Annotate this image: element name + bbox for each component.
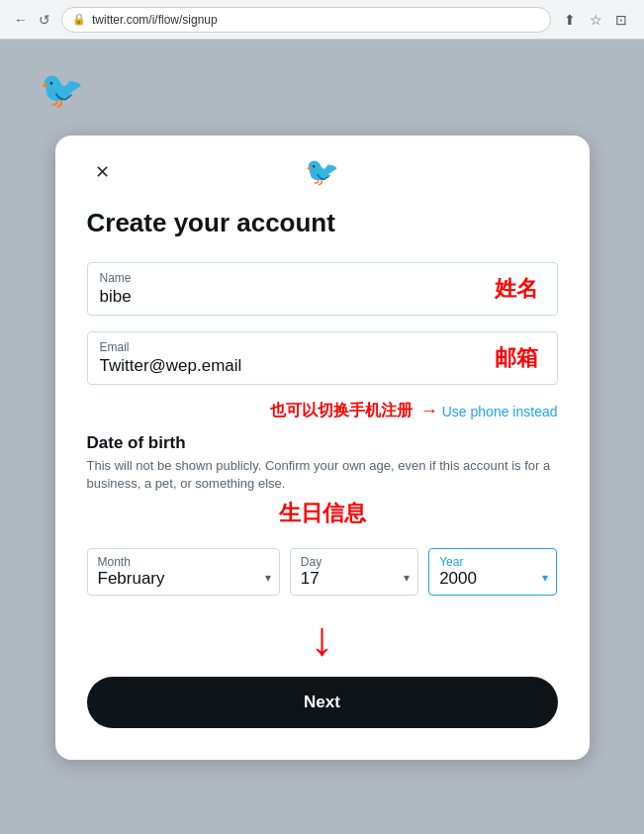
url-text: twitter.com/i/flow/signup [92, 13, 218, 27]
day-select[interactable]: Day 17 ▾ [290, 548, 418, 596]
menu-button[interactable]: ⊡ [610, 9, 632, 31]
close-button[interactable]: ✕ [87, 156, 119, 188]
nav-icons: ← ↺ [12, 11, 53, 29]
share-button[interactable]: ⬆ [559, 9, 581, 31]
phone-annotation-wrap: 也可以切换手机注册 → Use phone instead [87, 401, 558, 421]
month-value: February [98, 569, 269, 589]
browser-chrome: ← ↺ 🔒 twitter.com/i/flow/signup ⬆ ☆ ⊡ [0, 0, 644, 40]
name-input[interactable] [100, 287, 545, 307]
back-button[interactable]: ← [12, 11, 30, 29]
name-label: Name [100, 271, 545, 285]
dob-annotation-container: 生日信息 [87, 509, 558, 518]
month-chevron-icon: ▾ [265, 571, 271, 585]
name-field-wrap: Name 姓名 [87, 262, 558, 316]
email-label: Email [100, 340, 545, 354]
email-field-wrap: Email 邮箱 [87, 331, 558, 385]
arrow-down-wrap: ↓ [87, 615, 558, 663]
dob-subtitle: This will not be shown publicly. Confirm… [87, 457, 558, 493]
day-label: Day [301, 555, 408, 569]
phone-cn-annotation: 也可以切换手机注册 [270, 401, 413, 421]
page-background: 🐦 ✕ 🐦 Create your account Name 姓名 Email … [0, 40, 644, 834]
bookmark-button[interactable]: ☆ [585, 9, 606, 31]
refresh-button[interactable]: ↺ [36, 11, 53, 29]
day-value: 17 [301, 569, 408, 589]
modal-title: Create your account [87, 208, 558, 238]
dob-section: Date of birth This will not be shown pub… [87, 433, 558, 596]
month-select[interactable]: Month February ▾ [87, 548, 280, 596]
day-chevron-icon: ▾ [404, 571, 410, 585]
arrow-down-icon: ↓ [311, 615, 334, 663]
name-field[interactable]: Name [87, 262, 558, 316]
modal-header: ✕ 🐦 [87, 155, 558, 188]
year-select[interactable]: Year 2000 ▾ [428, 548, 557, 596]
email-field[interactable]: Email [87, 331, 558, 385]
email-input[interactable] [100, 356, 545, 376]
browser-actions: ⬆ ☆ ⊡ [559, 9, 632, 31]
arrow-right-icon: → [420, 401, 438, 421]
use-phone-link[interactable]: Use phone instead [442, 404, 558, 419]
next-button[interactable]: Next [87, 677, 558, 728]
dob-title: Date of birth [87, 433, 558, 453]
month-label: Month [98, 555, 269, 569]
year-chevron-icon: ▾ [542, 571, 548, 585]
twitter-logo-top: 🐦 [40, 69, 84, 111]
address-bar[interactable]: 🔒 twitter.com/i/flow/signup [61, 7, 551, 33]
modal-twitter-logo: 🐦 [305, 155, 339, 188]
year-label: Year [439, 555, 546, 569]
lock-icon: 🔒 [72, 13, 86, 26]
year-value: 2000 [439, 569, 546, 589]
dob-selects: Month February ▾ Day 17 ▾ Year 2000 ▾ [87, 548, 558, 596]
signup-modal: ✕ 🐦 Create your account Name 姓名 Email 邮箱… [55, 136, 590, 760]
